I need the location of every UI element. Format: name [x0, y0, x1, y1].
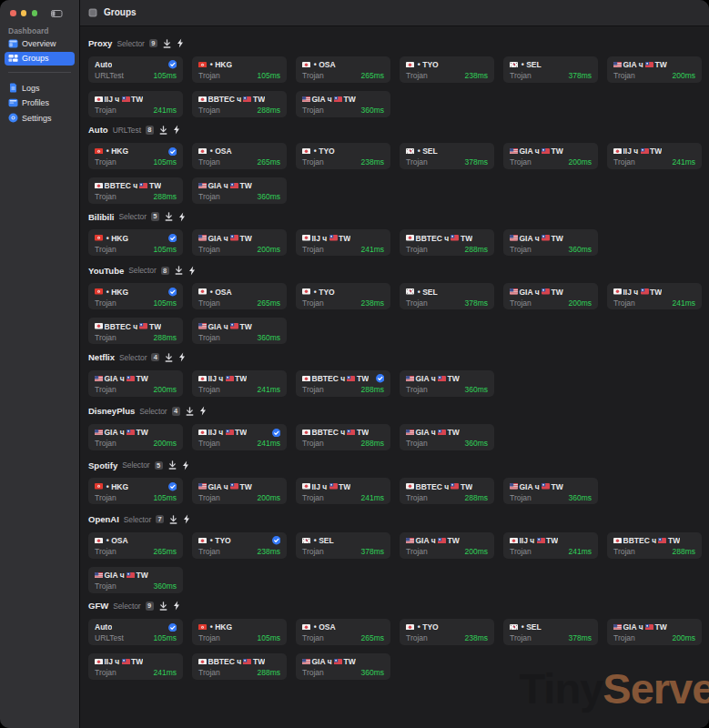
node-card[interactable]: BBTEC ч TWTrojan288ms [296, 424, 390, 450]
sort-latency-icon[interactable] [169, 515, 177, 524]
zoom-window-button[interactable] [32, 10, 38, 16]
node-card[interactable]: • TYOTrojan238ms [192, 532, 287, 559]
node-card[interactable]: GIA ч TWTrojan200ms [192, 478, 287, 504]
sidebar: Dashboard OverviewGroupsLogsProfilesSett… [0, 0, 80, 728]
node-card[interactable]: BBTEC ч TWTrojan288ms [400, 229, 494, 256]
sidebar-item-overview[interactable]: Overview [5, 36, 75, 51]
node-card[interactable]: GIA ч TWTrojan200ms [503, 283, 598, 309]
test-latency-icon[interactable] [178, 352, 186, 362]
node-protocol: Trojan [406, 298, 428, 308]
sort-latency-icon[interactable] [165, 353, 173, 362]
node-card[interactable]: GIA ч TWTrojan200ms [400, 532, 494, 559]
node-card[interactable]: IIJ ч TWTrojan241ms [607, 283, 702, 309]
node-latency: 105ms [153, 71, 177, 80]
node-card[interactable]: GIA ч TWTrojan200ms [503, 143, 598, 169]
test-latency-icon[interactable] [182, 460, 189, 470]
node-card[interactable]: BBTEC ч TWTrojan288ms [192, 653, 287, 680]
test-latency-icon[interactable] [177, 38, 184, 48]
node-card[interactable]: IIJ ч TWTrojan241ms [296, 229, 390, 256]
node-card[interactable]: • SELTrojan378ms [503, 56, 598, 83]
node-card[interactable]: • SELTrojan378ms [296, 532, 390, 559]
node-card[interactable]: GIA ч TWTrojan360ms [400, 424, 494, 450]
node-card[interactable]: • TYOTrojan238ms [296, 283, 390, 309]
node-card[interactable]: • HKGTrojan105ms [192, 56, 287, 83]
node-card[interactable]: GIA ч TWTrojan360ms [296, 91, 390, 117]
node-card[interactable]: IIJ ч TWTrojan241ms [192, 370, 287, 397]
sidebar-toggle-icon[interactable] [51, 10, 63, 17]
node-card[interactable]: BBTEC ч TWTrojan288ms [192, 91, 287, 117]
test-latency-icon[interactable] [173, 125, 180, 135]
node-card[interactable]: • HKGTrojan105ms [192, 619, 287, 645]
sidebar-item-groups[interactable]: Groups [5, 52, 75, 66]
test-latency-icon[interactable] [199, 406, 207, 416]
node-card[interactable]: • HKGTrojan105ms [88, 229, 183, 256]
sort-latency-icon[interactable] [159, 126, 167, 135]
node-card[interactable]: IIJ ч TWTrojan241ms [296, 478, 390, 504]
sort-latency-icon[interactable] [186, 407, 194, 416]
node-card[interactable]: GIA ч TWTrojan200ms [607, 56, 702, 83]
node-card[interactable]: AutoURLTest105ms [88, 56, 183, 83]
test-latency-icon[interactable] [188, 266, 196, 276]
node-card-top-row: • SEL [302, 536, 384, 545]
sort-latency-icon[interactable] [163, 39, 171, 48]
node-card[interactable]: BBTEC ч TWTrojan288ms [88, 318, 183, 344]
test-latency-icon[interactable] [183, 514, 190, 524]
node-protocol: Trojan [198, 385, 220, 394]
node-card[interactable]: • OSATrojan265ms [296, 619, 390, 645]
node-card[interactable]: GIA ч TWTrojan360ms [503, 478, 598, 504]
flag-tw-icon [438, 536, 446, 545]
node-card[interactable]: BBTEC ч TWTrojan288ms [400, 478, 494, 504]
node-card[interactable]: GIA ч TWTrojan360ms [400, 370, 494, 397]
sort-latency-icon[interactable] [175, 266, 183, 275]
node-card-bottom-row: Trojan288ms [406, 245, 488, 254]
node-card[interactable]: • OSATrojan265ms [192, 143, 287, 169]
node-card[interactable]: GIA ч TWTrojan360ms [192, 318, 287, 344]
node-card[interactable]: GIA ч TWTrojan360ms [296, 653, 390, 680]
node-card[interactable]: • HKGTrojan105ms [88, 143, 183, 169]
node-card[interactable]: • HKGTrojan105ms [88, 283, 183, 309]
node-card-top-row: GIA ч TW [510, 147, 592, 156]
node-card[interactable]: IIJ ч TWTrojan241ms [88, 653, 183, 680]
group-cards: AutoURLTest105ms • HKGTrojan105ms • OSAT… [88, 56, 702, 117]
node-card[interactable]: IIJ ч TWTrojan241ms [607, 143, 702, 169]
node-card[interactable]: • TYOTrojan238ms [400, 619, 494, 645]
node-card[interactable]: • SELTrojan378ms [400, 143, 494, 169]
node-card[interactable]: GIA ч TWTrojan200ms [192, 229, 287, 256]
node-card-top-row: • HKG [95, 482, 177, 491]
node-card[interactable]: BBTEC ч TWTrojan288ms [88, 177, 183, 204]
node-card[interactable]: • HKGTrojan105ms [88, 478, 183, 504]
sort-latency-icon[interactable] [165, 212, 173, 221]
node-card-top-row: • HKG [95, 288, 177, 297]
node-latency: 360ms [257, 333, 280, 342]
sort-latency-icon[interactable] [168, 460, 177, 470]
sidebar-item-profiles[interactable]: Profiles [5, 96, 75, 111]
close-window-button[interactable] [10, 10, 16, 16]
test-latency-icon[interactable] [178, 212, 186, 222]
sort-latency-icon[interactable] [159, 602, 167, 611]
node-card[interactable]: GIA ч TWTrojan200ms [607, 619, 702, 645]
node-card[interactable]: IIJ ч TWTrojan241ms [88, 91, 183, 117]
node-card[interactable]: BBTEC ч TWTrojan288ms [607, 532, 702, 559]
node-card[interactable]: • OSATrojan265ms [88, 532, 183, 559]
node-card[interactable]: GIA ч TWTrojan200ms [88, 424, 183, 450]
node-card[interactable]: • TYOTrojan238ms [296, 143, 390, 169]
node-card[interactable]: • OSATrojan265ms [192, 283, 287, 309]
node-card[interactable]: • SELTrojan378ms [400, 283, 494, 309]
node-card[interactable]: GIA ч TWTrojan200ms [88, 370, 183, 397]
node-card[interactable]: • SELTrojan378ms [503, 619, 598, 645]
node-card[interactable]: GIA ч TWTrojan360ms [503, 229, 598, 256]
sidebar-item-logs[interactable]: Logs [5, 81, 75, 96]
node-card[interactable]: AutoURLTest105ms [88, 619, 183, 645]
node-card[interactable]: GIA ч TWTrojan360ms [192, 177, 287, 204]
node-card[interactable]: IIJ ч TWTrojan241ms [192, 424, 287, 450]
selected-check-icon [168, 482, 177, 491]
node-card[interactable]: • TYOTrojan238ms [400, 56, 494, 83]
node-card[interactable]: BBTEC ч TWTrojan288ms [296, 370, 390, 397]
minimize-window-button[interactable] [21, 10, 27, 16]
node-card[interactable]: • OSATrojan265ms [296, 56, 390, 83]
selected-check-icon [376, 374, 385, 383]
test-latency-icon[interactable] [173, 601, 180, 611]
node-card[interactable]: IIJ ч TWTrojan241ms [503, 532, 598, 559]
sidebar-item-settings[interactable]: Settings [5, 111, 75, 126]
node-card[interactable]: GIA ч TWTrojan360ms [88, 567, 183, 593]
